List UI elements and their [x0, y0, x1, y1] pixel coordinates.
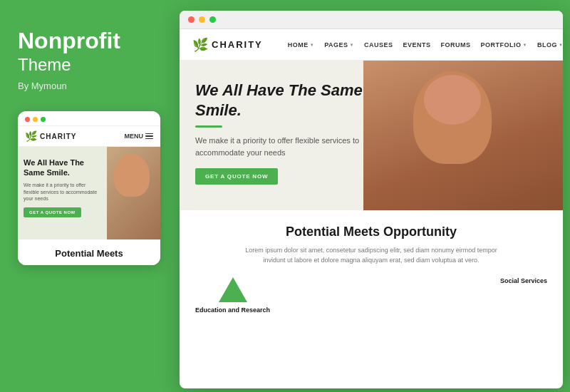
col-social: Social Services: [500, 277, 547, 284]
mobile-dots: [25, 117, 46, 122]
mobile-section-title: Potential Meets: [25, 248, 153, 259]
nav-arrow-home: ▼: [310, 43, 314, 47]
desktop-hero-subtext: We make it a priority to offer flexible …: [195, 135, 373, 158]
nav-item-home[interactable]: HOME▼: [283, 41, 319, 48]
mobile-cta-button[interactable]: GET A QUOTE NOW: [24, 207, 81, 217]
desktop-hero-heading: We All Have The Same Smile.: [195, 81, 373, 120]
browser-dot-yellow: [199, 16, 205, 23]
left-panel: Nonprofit Theme By Mymoun 🌿 CHARITY MENU: [0, 0, 175, 392]
mobile-logo-text: CHARITY: [40, 133, 76, 140]
col-social-label: Social Services: [500, 277, 547, 284]
nav-arrow-pages: ▼: [350, 43, 354, 47]
hamburger-icon: [145, 133, 153, 140]
nav-label-forums: FORUMS: [441, 41, 471, 48]
desktop-cta-button[interactable]: GET A QUOTE NOW: [195, 168, 278, 185]
nav-item-portfolio[interactable]: PORTFOLIO▼: [476, 41, 532, 48]
mobile-hero-subtext: We make it a priority to offer flexible …: [24, 182, 102, 202]
mobile-top-bar: [18, 111, 160, 126]
theme-title-line1: Nonprofit: [18, 29, 120, 53]
nav-item-causes[interactable]: CAUSES: [359, 41, 398, 48]
mobile-menu-label: MENU: [125, 133, 144, 140]
col-education-label: Education and Research: [195, 306, 270, 314]
nav-item-blog[interactable]: BLOG▼: [532, 41, 563, 48]
desktop-hero-photo: [363, 61, 563, 210]
mobile-hero-heading: We All Have The Same Smile.: [24, 158, 102, 178]
nav-label-portfolio: PORTFOLIO: [481, 41, 522, 48]
desktop-bottom: Potential Meets Opportunity Lorem ipsum …: [180, 210, 563, 322]
nav-arrow-blog: ▼: [559, 43, 563, 47]
theme-author: By Mymoun: [18, 81, 120, 91]
desktop-cols: Education and Research Social Services: [195, 277, 547, 314]
nav-label-pages: PAGES: [324, 41, 348, 48]
mobile-logo-icon: 🌿: [25, 130, 37, 142]
theme-title-line2: Theme: [18, 55, 120, 75]
nav-label-events: EVENTS: [403, 41, 431, 48]
mobile-dot-yellow: [33, 117, 38, 122]
hero-underline: [195, 125, 222, 128]
desktop-logo-icon: 🌿: [192, 37, 208, 53]
nav-label-home: HOME: [288, 41, 309, 48]
desktop-hero: We All Have The Same Smile. We make it a…: [180, 61, 563, 210]
nav-item-forums[interactable]: FORUMS: [436, 41, 476, 48]
browser-dot-red: [188, 16, 195, 23]
mobile-hero-image: [107, 147, 160, 239]
mobile-hero-text-block: We All Have The Same Smile. We make it a…: [24, 158, 102, 217]
mobile-menu-btn[interactable]: MENU: [125, 133, 154, 140]
desktop-logo-text: CHARITY: [212, 39, 263, 50]
nav-label-causes: CAUSES: [364, 41, 393, 48]
mobile-preview-card: 🌿 CHARITY MENU We All Have The Same Smil…: [18, 111, 160, 265]
mobile-nav: 🌿 CHARITY MENU: [18, 126, 160, 147]
mobile-dot-red: [25, 117, 30, 122]
child-figure: [413, 71, 492, 164]
nav-item-events[interactable]: EVENTS: [398, 41, 436, 48]
desktop-section-text: Lorem ipsum dolor sit amet, consetetur s…: [236, 245, 507, 266]
mobile-bottom-section: Potential Meets: [18, 239, 160, 265]
desktop-hero-content: We All Have The Same Smile. We make it a…: [195, 81, 373, 185]
mobile-logo: 🌿 CHARITY: [25, 130, 76, 142]
browser-preview: 🌿 CHARITY HOME▼ PAGES▼ CAUSES EVENTS FOR…: [180, 11, 563, 388]
mobile-dot-green: [41, 117, 46, 122]
nav-label-blog: BLOG: [537, 41, 557, 48]
nav-item-pages[interactable]: PAGES▼: [319, 41, 359, 48]
nav-arrow-portfolio: ▼: [523, 43, 527, 47]
desktop-nav: 🌿 CHARITY HOME▼ PAGES▼ CAUSES EVENTS FOR…: [180, 29, 563, 61]
col-education: Education and Research: [195, 277, 270, 314]
theme-title-block: Nonprofit Theme By Mymoun: [18, 29, 120, 91]
desktop-section-title: Potential Meets Opportunity: [195, 225, 547, 239]
mobile-hero: We All Have The Same Smile. We make it a…: [18, 147, 160, 239]
desktop-logo: 🌿 CHARITY: [192, 37, 263, 53]
browser-dot-green: [209, 16, 216, 23]
desktop-nav-list: HOME▼ PAGES▼ CAUSES EVENTS FORUMS PORTFO…: [283, 41, 563, 48]
triangle-icon-education: [219, 277, 247, 302]
browser-chrome: [180, 11, 563, 29]
